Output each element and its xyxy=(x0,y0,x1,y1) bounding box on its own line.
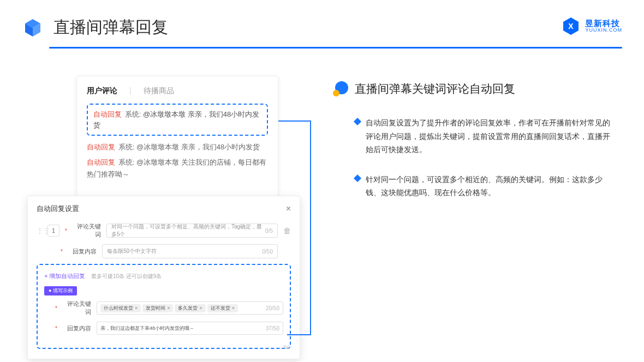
example-badge: ● 填写示例 xyxy=(44,286,77,295)
example-content-input[interactable]: 亲，我们这边都是下单48小时内发货的哦～ 37/50 xyxy=(97,322,283,335)
diamond-icon xyxy=(354,118,361,125)
tag-pill[interactable]: 发货时间× xyxy=(142,304,173,312)
comments-card: 用户评论 | 待播商品 自动回复 系统: @冰墩墩本墩 亲亲，我们48小时内发货… xyxy=(76,76,278,196)
section-bullet-icon xyxy=(333,81,348,96)
tag-pill[interactable]: 什么时候发货× xyxy=(100,304,141,312)
left-mockups: 用户评论 | 待播商品 自动回复 系统: @冰墩墩本墩 亲亲，我们48小时内发货… xyxy=(27,76,300,337)
keyword-label: 评论关键词 xyxy=(73,222,101,239)
connector-line-2 xyxy=(287,334,311,335)
settings-title: 自动回复设置 xyxy=(37,204,79,214)
example-box: + 增加自动回复 最多可建10条 还可以创建9条 ● 填写示例 * 评论关键词 … xyxy=(37,264,291,349)
tab-user-comments[interactable]: 用户评论 xyxy=(87,86,117,96)
brand-name-en: YUUXIN.COM xyxy=(585,28,622,33)
comment-line-3: 自动回复 系统: @冰墩墩本墩 关注我们的店铺，每日都有热门推荐呦～ xyxy=(87,156,268,180)
content-label: 回复内容 xyxy=(68,248,97,256)
brand-logo: X 昱新科技 YUUXIN.COM xyxy=(561,16,622,36)
tag-pill[interactable]: 多久发货× xyxy=(175,304,205,312)
system-tag: 系统: xyxy=(125,110,141,118)
example-keyword-input[interactable]: 什么时候发货×发货时间×多久发货×还不发货× 20/50 xyxy=(97,301,283,315)
tabs: 用户评论 | 待播商品 xyxy=(87,86,268,96)
comment-line-2: 自动回复 系统: @冰墩墩本墩 亲亲，我们48小时内发货 xyxy=(87,141,268,153)
diamond-icon xyxy=(354,174,361,182)
add-auto-reply-link[interactable]: + 增加自动回复 xyxy=(44,272,85,280)
keyword-input[interactable]: 对同一个问题，可设置多个相近、高频的关键词，Tag确定，最多5个 0/5 xyxy=(106,224,278,238)
brand-name-cn: 昱新科技 xyxy=(585,19,622,28)
tag-pill[interactable]: 还不发货× xyxy=(207,304,238,312)
page-header: 直播间弹幕回复 X 昱新科技 YUUXIN.COM xyxy=(0,0,644,47)
content-input[interactable]: 每条限50个中文字符 0/50 xyxy=(102,244,278,258)
index-box: 1 xyxy=(47,225,59,237)
auto-reply-tag: 自动回复 xyxy=(93,110,122,118)
cube-icon xyxy=(22,17,44,39)
connector-line-v xyxy=(310,120,311,335)
close-icon[interactable]: × xyxy=(286,204,291,214)
tab-pending-products[interactable]: 待播商品 xyxy=(144,86,174,96)
connector-line xyxy=(278,120,311,122)
bullet-1: 自动回复设置为了提升作者的评论回复效率，作者可在开播前针对常见的评论用户问题，提… xyxy=(333,116,622,156)
trash-icon[interactable]: 🗑 xyxy=(283,226,291,235)
required-star: * xyxy=(65,228,67,234)
add-hint: 最多可建10条 还可以创建9条 xyxy=(91,273,162,279)
svg-text:X: X xyxy=(569,22,574,31)
bullet-2: 针对同一个问题，可设置多个相近的、高频的关键词。例如：这款多少钱、这块能优惠吗、… xyxy=(333,173,622,200)
section-title: 直播间弹幕关键词评论自动回复 xyxy=(355,81,515,96)
brand-icon: X xyxy=(561,16,581,36)
highlighted-comment: 自动回复 系统: @冰墩墩本墩 亲亲，我们48小时内发货 xyxy=(87,104,268,136)
hidden-char-count: /50 xyxy=(283,345,290,350)
right-copy: 直播间弹幕关键词评论自动回复 自动回复设置为了提升作者的评论回复效率，作者可在开… xyxy=(333,76,622,337)
drag-handle-icon[interactable]: ⋮⋮ xyxy=(37,227,42,234)
settings-card: 自动回复设置 × ⋮⋮ 1 * 评论关键词 对同一个问题，可设置多个相近、高频的… xyxy=(27,196,300,359)
page-title: 直播间弹幕回复 xyxy=(53,16,168,39)
